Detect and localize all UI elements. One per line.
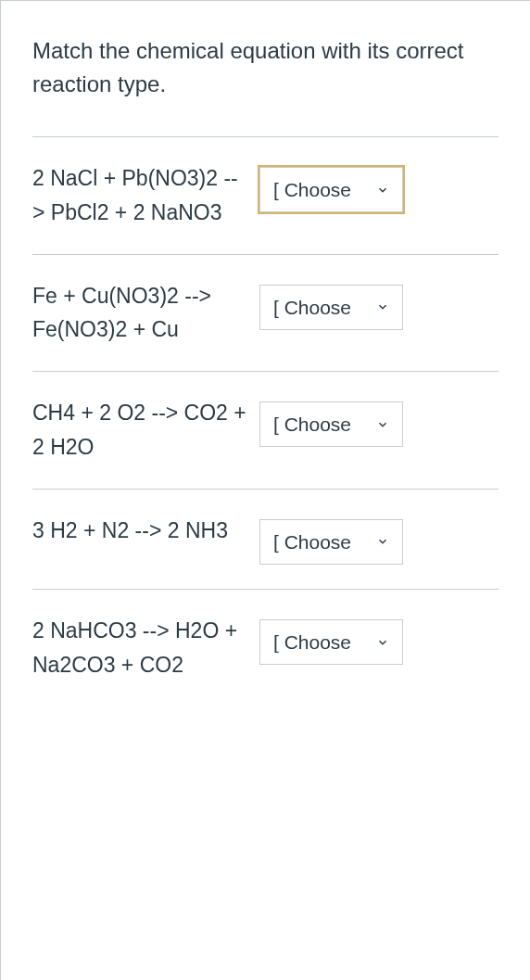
select-value: [ Choose (273, 295, 351, 320)
chevron-down-icon (376, 418, 389, 431)
question-container: Match the chemical equation with its cor… (0, 0, 530, 980)
select-wrap: [ Choose (259, 167, 403, 212)
chevron-down-icon (376, 300, 389, 313)
equation-text: 2 NaHCO3 --> H2O + Na2CO3 + CO2 (32, 614, 250, 682)
match-row: 3 H2 + N2 --> 2 NH3 [ Choose (32, 489, 498, 589)
select-value: [ Choose (273, 529, 351, 554)
select-wrap: [ Choose (259, 285, 403, 330)
match-row: CH4 + 2 O2 --> CO2 + 2 H2O [ Choose (32, 371, 498, 489)
chevron-down-icon (376, 636, 389, 649)
equation-text: 2 NaCl + Pb(NO3)2 --> PbCl2 + 2 NaNO3 (32, 161, 250, 230)
select-wrap: [ Choose (259, 401, 403, 447)
match-row: 2 NaHCO3 --> H2O + Na2CO3 + CO2 [ Choose (32, 589, 498, 706)
reaction-type-select[interactable]: [ Choose (259, 519, 403, 565)
equation-text: Fe + Cu(NO3)2 --> Fe(NO3)2 + Cu (32, 279, 250, 348)
select-wrap: [ Choose (259, 619, 403, 665)
reaction-type-select[interactable]: [ Choose (259, 285, 403, 330)
select-value: [ Choose (273, 177, 351, 202)
select-wrap: [ Choose (259, 519, 403, 565)
reaction-type-select[interactable]: [ Choose (259, 619, 403, 665)
match-row: Fe + Cu(NO3)2 --> Fe(NO3)2 + Cu [ Choose (32, 254, 498, 372)
chevron-down-icon (376, 535, 389, 548)
chevron-down-icon (376, 184, 389, 197)
question-prompt: Match the chemical equation with its cor… (1, 1, 530, 136)
select-value: [ Choose (273, 630, 351, 655)
equation-text: 3 H2 + N2 --> 2 NH3 (32, 514, 250, 548)
select-value: [ Choose (273, 412, 351, 437)
reaction-type-select[interactable]: [ Choose (259, 167, 403, 212)
equation-text: CH4 + 2 O2 --> CO2 + 2 H2O (32, 396, 250, 465)
match-row: 2 NaCl + Pb(NO3)2 --> PbCl2 + 2 NaNO3 [ … (32, 136, 498, 254)
reaction-type-select[interactable]: [ Choose (259, 401, 403, 447)
matching-rows: 2 NaCl + Pb(NO3)2 --> PbCl2 + 2 NaNO3 [ … (32, 136, 498, 706)
